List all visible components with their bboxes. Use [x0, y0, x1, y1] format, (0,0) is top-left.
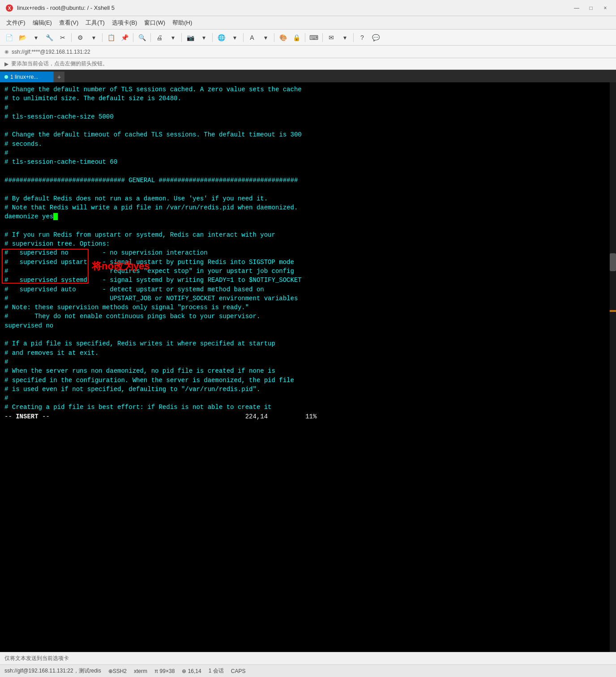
term-line-27: supervised no	[4, 321, 612, 330]
open-button[interactable]: 📂	[16, 32, 29, 43]
toolbar-sep-11	[353, 33, 354, 42]
term-line-10	[4, 167, 612, 176]
toolbar-sep-5	[181, 33, 182, 42]
term-line-11: ################################ GENERAL…	[4, 176, 612, 185]
toolbar-sep-7	[243, 33, 244, 42]
term-line-21: # requires "expect stop" in your upstart…	[4, 267, 612, 276]
font-button[interactable]: A	[246, 32, 258, 43]
app-icon: X	[5, 4, 13, 12]
menu-edit[interactable]: 编辑(E)	[29, 18, 56, 28]
bottom-position: ⊕ 16,14	[182, 668, 201, 674]
toolbar-sep-4	[150, 33, 151, 42]
bottom-caps: CAPS	[231, 668, 246, 674]
scrollbar-thumb[interactable]	[610, 253, 616, 271]
bottom-terminal: xterm	[134, 668, 147, 674]
disconnect-button[interactable]: ✂	[56, 32, 69, 43]
scrollbar-track[interactable]	[610, 82, 616, 652]
new-session-button[interactable]: 📄	[3, 32, 15, 43]
term-line-9: # tls-session-cache-timeout 60	[4, 158, 612, 166]
compose-dropdown[interactable]: ▾	[338, 32, 351, 43]
title-bar: X linux+redis - root@ubuntu: / - Xshell …	[0, 0, 616, 16]
menu-view[interactable]: 查看(V)	[56, 18, 82, 28]
print-dropdown[interactable]: ▾	[167, 32, 179, 43]
settings-button[interactable]: ⚙	[74, 32, 86, 43]
chat-button[interactable]: 💬	[369, 32, 382, 43]
menu-help[interactable]: 帮助(H)	[169, 18, 196, 28]
term-line-33: # specified in the configuration. When t…	[4, 376, 612, 385]
term-line-12	[4, 185, 612, 194]
bookmark-text: 要添加当前会话，点击左侧的箭头按钮。	[11, 60, 108, 68]
term-line-17: # If you run Redis from upstart or syste…	[4, 230, 612, 239]
term-line-24: # UPSTART_JOB or NOTIFY_SOCKET environme…	[4, 294, 612, 303]
tab-linux-redis[interactable]: 1 linux+re...	[0, 72, 54, 82]
term-line-25: # Note: these supervision methods only s…	[4, 303, 612, 312]
toolbar-sep-9	[305, 33, 305, 42]
screenshot-dropdown[interactable]: ▾	[197, 32, 210, 43]
term-line-16	[4, 221, 612, 230]
term-line-8: #	[4, 149, 612, 158]
address-icon: ◉	[4, 49, 9, 55]
term-line-26: # They do not enable continuous pings ba…	[4, 312, 612, 321]
open-dropdown[interactable]: ▾	[30, 32, 42, 43]
toolbar-sep-8	[274, 33, 274, 42]
globe-button[interactable]: 🌐	[215, 32, 227, 43]
bookmark-bar: ▶ 要添加当前会话，点击左侧的箭头按钮。	[0, 58, 616, 70]
term-line-3: #	[4, 103, 612, 112]
menu-file[interactable]: 文件(F)	[3, 18, 29, 28]
menu-tabs[interactable]: 选项卡(B)	[108, 18, 141, 28]
minimize-button[interactable]: —	[571, 3, 582, 13]
toolbar: 📄 📂 ▾ 🔧 ✂ ⚙ ▾ 📋 📌 🔍 🖨 ▾ 📷 ▾ 🌐 ▾ A ▾ 🎨 🔒 …	[0, 30, 616, 46]
status-text: 仅将文本发送到当前选项卡	[4, 655, 69, 662]
terminal[interactable]: # Change the default number of TLS sessi…	[0, 82, 616, 652]
font-dropdown[interactable]: ▾	[259, 32, 272, 43]
bottom-sessions: 1 会话	[209, 667, 224, 675]
bottom-bar: ssh://glf@192.168.11.131:22，测试redis ⊕SSH…	[0, 664, 616, 677]
close-button[interactable]: ×	[600, 3, 611, 13]
term-line-23: # supervised auto - detect upstart or sy…	[4, 285, 612, 294]
bottom-connection: ssh://glf@192.168.11.131:22，测试redis	[4, 667, 101, 675]
term-line-4: # tls-session-cache-size 5000	[4, 112, 612, 121]
toolbar-sep-2	[102, 33, 103, 42]
term-line-37: -- INSERT -- 224,14 11%	[4, 412, 612, 421]
term-line-7: # seconds.	[4, 140, 612, 149]
keyboard-button[interactable]: ⌨	[308, 32, 320, 43]
compose-button[interactable]: ✉	[325, 32, 338, 43]
term-line-19: # supervised no - no supervision interac…	[4, 248, 612, 257]
tab-indicator	[4, 75, 8, 79]
address-text: ssh://glf:****@192.168.11.131:22	[12, 49, 90, 55]
term-line-34: # is used even if not specified, default…	[4, 385, 612, 394]
menu-window[interactable]: 窗口(W)	[141, 18, 169, 28]
tab-add-button[interactable]: +	[54, 72, 64, 82]
copy-button[interactable]: 📋	[105, 32, 117, 43]
term-line-35: #	[4, 394, 612, 403]
paste-button[interactable]: 📌	[118, 32, 131, 43]
help-button[interactable]: ?	[356, 32, 368, 43]
term-line-14: # Note that Redis will write a pid file …	[4, 203, 612, 212]
term-line-1: # Change the default number of TLS sessi…	[4, 85, 612, 94]
term-line-28	[4, 330, 612, 339]
term-line-5	[4, 121, 612, 130]
connect-button[interactable]: 🔧	[43, 32, 56, 43]
address-bar: ◉ ssh://glf:****@192.168.11.131:22	[0, 46, 616, 58]
print-button[interactable]: 🖨	[153, 32, 166, 43]
scrollbar-marker	[610, 310, 616, 312]
settings-dropdown[interactable]: ▾	[87, 32, 100, 43]
bookmark-icon: ▶	[4, 61, 9, 67]
globe-dropdown[interactable]: ▾	[228, 32, 241, 43]
maximize-button[interactable]: □	[586, 3, 596, 13]
lock-button[interactable]: 🔒	[290, 32, 303, 43]
find-button[interactable]: 🔍	[136, 32, 148, 43]
term-line-20: # supervised upstart - signal upstart by…	[4, 258, 612, 267]
svg-text:X: X	[8, 6, 11, 11]
tab-label: 1 linux+re...	[10, 74, 38, 80]
screenshot-button[interactable]: 📷	[184, 32, 197, 43]
bottom-protocol: ⊕SSH2	[108, 668, 127, 674]
term-line-36: # Creating a pid file is best effort: if…	[4, 403, 612, 412]
menu-bar: 文件(F) 编辑(E) 查看(V) 工具(T) 选项卡(B) 窗口(W) 帮助(…	[0, 16, 616, 30]
toolbar-sep-6	[212, 33, 213, 42]
window-title: linux+redis - root@ubuntu: / - Xshell 5	[17, 4, 571, 11]
theme-button[interactable]: 🎨	[277, 32, 289, 43]
term-line-29: # If a pid file is specified, Redis writ…	[4, 339, 612, 348]
status-bar: 仅将文本发送到当前选项卡	[0, 652, 616, 664]
menu-tools[interactable]: 工具(T)	[82, 18, 108, 28]
